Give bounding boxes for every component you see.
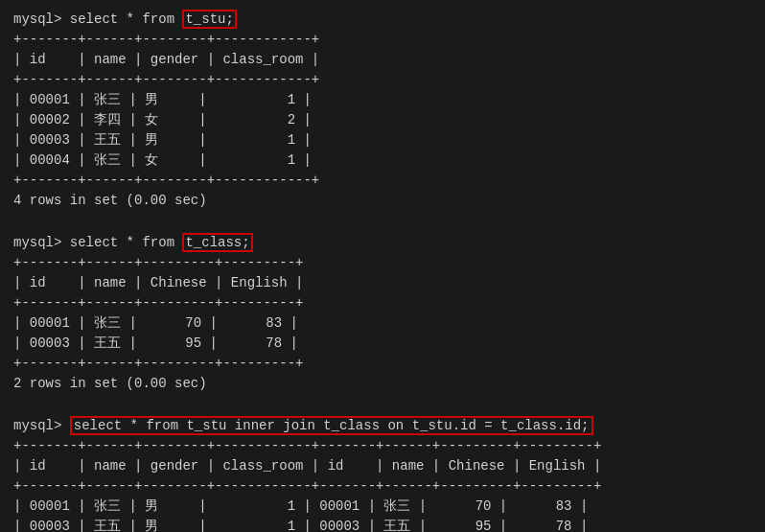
table-row-2-1: | 00001 | 张三 | 70 | 83 | — [13, 313, 752, 334]
result-1: 4 rows in set (0.00 sec) — [13, 191, 752, 211]
terminal: mysql> select * from t_stu; +-------+---… — [13, 10, 752, 532]
command-highlight-3: select * from t_stu inner join t_class o… — [70, 416, 593, 435]
table-header-3: | id | name | gender | class_room | id |… — [13, 456, 752, 476]
table-border-3: +-------+------+--------+------------+--… — [13, 436, 752, 456]
command-line-2: mysql> select * from t_class; — [13, 233, 752, 253]
table-footer-2: +-------+------+---------+---------+ — [13, 354, 752, 374]
table-header-border-2: +-------+------+---------+---------+ — [13, 293, 752, 313]
table-header-2: | id | name | Chinese | English | — [13, 273, 752, 293]
command-line-3: mysql> select * from t_stu inner join t_… — [13, 416, 752, 436]
command-highlight-2: t_class; — [182, 233, 252, 252]
command-line-1: mysql> select * from t_stu; — [13, 10, 752, 30]
block-1: mysql> select * from t_stu; +-------+---… — [13, 10, 752, 211]
result-2: 2 rows in set (0.00 sec) — [13, 374, 752, 394]
table-row-1-3: | 00003 | 王五 | 男 | 1 | — [13, 130, 752, 150]
table-border-2: +-------+------+---------+---------+ — [13, 253, 752, 273]
command-highlight-1: t_stu; — [182, 10, 236, 29]
command-prefix-3: mysql> — [13, 418, 70, 433]
block-3: mysql> select * from t_stu inner join t_… — [13, 416, 752, 532]
table-header-1: | id | name | gender | class_room | — [13, 50, 752, 70]
table-header-border-1: +-------+------+--------+------------+ — [13, 70, 752, 90]
table-row-1-1: | 00001 | 张三 | 男 | 1 | — [13, 90, 752, 110]
table-border-1: +-------+------+--------+------------+ — [13, 30, 752, 50]
spacer-2 — [13, 396, 752, 416]
table-row-2-2: | 00003 | 王五 | 95 | 78 | — [13, 334, 752, 354]
table-row-1-4: | 00004 | 张三 | 女 | 1 | — [13, 150, 752, 171]
table-row-1-2: | 00002 | 李四 | 女 | 2 | — [13, 110, 752, 130]
block-2: mysql> select * from t_class; +-------+-… — [13, 233, 752, 394]
command-prefix-1: mysql> select * from — [13, 12, 182, 27]
table-header-border-3: +-------+------+--------+------------+--… — [13, 476, 752, 497]
command-prefix-2: mysql> select * from — [13, 235, 182, 250]
spacer-1 — [13, 213, 752, 233]
table-footer-1: +-------+------+--------+------------+ — [13, 171, 752, 191]
table-row-3-2: | 00003 | 王五 | 男 | 1 | 00003 | 王五 | 95 |… — [13, 517, 752, 532]
table-row-3-1: | 00001 | 张三 | 男 | 1 | 00001 | 张三 | 70 |… — [13, 497, 752, 517]
